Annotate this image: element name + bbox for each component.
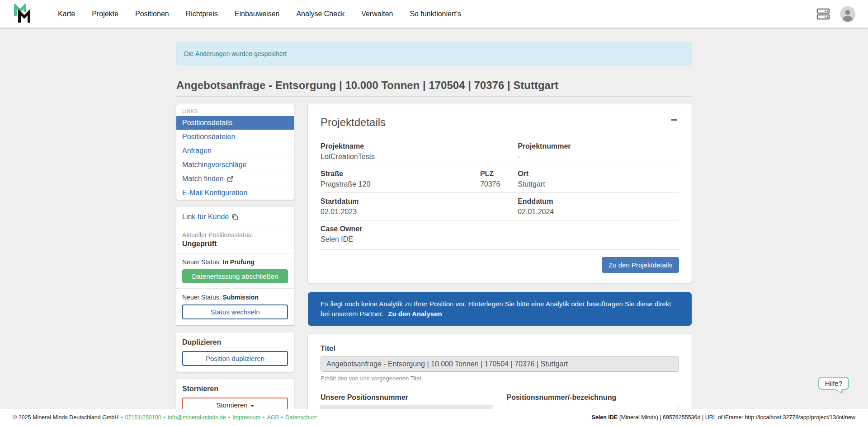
sidebar-item-anfragen[interactable]: Anfragen	[176, 144, 294, 158]
sidebar-item-matchingvorschlaege[interactable]: Matchingvorschläge	[176, 158, 294, 172]
field-projektname: Projektname LotCreationTests	[321, 141, 518, 161]
divider	[176, 288, 294, 289]
page-title: Angebotsanfrage - Entsorgung | 10.000 To…	[176, 79, 692, 92]
project-details-row: Projektname LotCreationTests Projektnumm…	[321, 138, 679, 165]
title-divider	[176, 96, 692, 97]
nav-item-karte[interactable]: Karte	[58, 10, 75, 18]
sidebar-item-label: Anfragen	[182, 147, 212, 155]
field-plz: PLZ 70376	[480, 169, 518, 189]
field-label: Enddatum	[518, 197, 554, 206]
new-status-1-value: In Prüfung	[223, 258, 255, 266]
help-button[interactable]: Hilfe?	[818, 377, 849, 390]
footer-impressum-link[interactable]: Impressum	[232, 414, 260, 421]
switch-status-button[interactable]: Status wechseln	[182, 304, 288, 319]
field-value: Selen IDE	[321, 234, 518, 244]
field-label: Startdatum	[321, 197, 518, 206]
field-value: LotCreationTests	[321, 152, 518, 161]
new-status-2-value: Submission	[223, 294, 259, 301]
cancel-heading: Stornieren	[182, 385, 288, 393]
go-to-project-details-button[interactable]: Zu den Projektdetails	[602, 257, 679, 273]
sidebar-item-label: Positionsdetails	[182, 119, 232, 127]
complete-data-entry-button[interactable]: Datenerfassung abschließen	[182, 269, 288, 283]
links-card: LINKS Positionsdetails Positionsdateien …	[176, 104, 294, 200]
field-value: -	[518, 152, 571, 161]
field-value: 02.01.2024	[518, 207, 554, 216]
field-value: Pragstraße 120	[321, 179, 480, 189]
nav-item-verwalten[interactable]: Verwalten	[361, 10, 393, 18]
nav-item-projekte[interactable]: Projekte	[92, 10, 118, 18]
new-status-1: Neuer Status: In Prüfung	[182, 258, 288, 266]
analytics-banner: Es liegt noch keine Analytik zu Ihrer Po…	[308, 292, 692, 326]
titel-helper: Erhält den von uns vorgegebenen Titel.	[321, 375, 679, 382]
customer-link[interactable]: Link für Kunde	[182, 213, 238, 221]
footer-phone-link[interactable]: 07151/250100	[125, 414, 161, 421]
main-content: Projektdetails Projektname LotCreationTe…	[308, 104, 692, 426]
footer-datenschutz-link[interactable]: Datenschutz	[285, 414, 316, 421]
field-label: Projektname	[321, 141, 518, 151]
nav-item-positionen[interactable]: Positionen	[135, 10, 169, 18]
project-details-row: Straße Pragstraße 120 PLZ 70376 Ort Stut…	[321, 165, 679, 192]
position-number-label: Positionsnummer/-bezeichnung	[507, 393, 679, 402]
status-card: Link für Kunde Aktueller Positionsstatus…	[176, 207, 294, 325]
footer-agb-link[interactable]: AGB	[267, 414, 278, 421]
field-startdatum: Startdatum 02.01.2023	[321, 197, 518, 216]
customer-link-label: Link für Kunde	[182, 213, 229, 221]
main-nav: Karte Projekte Positionen Richtpreis Ein…	[58, 10, 816, 18]
footer-copyright: © 2025 Mineral Minds Deutschland GmbH	[13, 414, 118, 421]
duplicate-card: Duplizieren Position duplizieren	[176, 332, 294, 372]
footer-separator: •	[164, 414, 165, 421]
nav-item-richtpreis[interactable]: Richtpreis	[186, 10, 218, 18]
user-avatar-icon[interactable]	[840, 6, 855, 22]
field-value: Stuttgart	[518, 179, 545, 189]
field-enddatum: Enddatum 02.01.2024	[518, 197, 554, 216]
analytics-banner-text: Es liegt noch keine Analytik zu Ihrer Po…	[321, 300, 671, 318]
project-details-title: Projektdetails	[321, 116, 679, 129]
field-value: 02.01.2023	[321, 207, 518, 216]
divider	[176, 226, 294, 226]
go-to-analyses-link[interactable]: Zu den Analysen	[388, 310, 442, 318]
caret-down-icon	[250, 405, 254, 407]
links-header: LINKS	[176, 104, 294, 116]
new-status-prefix: Neuer Status:	[182, 294, 223, 301]
sidebar-item-label: E-Mail Konfiguration	[182, 189, 247, 197]
titel-input[interactable]	[321, 356, 679, 372]
sidebar-item-email-konfiguration[interactable]: E-Mail Konfiguration	[176, 186, 294, 200]
project-details-row: Startdatum 02.01.2023 Enddatum 02.01.202…	[321, 192, 679, 220]
mineral-minds-logo-icon[interactable]	[13, 4, 36, 24]
field-label: Case Owner	[321, 224, 518, 234]
duplicate-heading: Duplizieren	[182, 338, 288, 346]
nav-item-analyse-check[interactable]: Analyse Check	[296, 10, 344, 18]
collapse-icon[interactable]	[671, 119, 677, 121]
footer-email-link[interactable]: info@mineral-minds.de	[168, 414, 226, 421]
project-details-card: Projektdetails Projektname LotCreationTe…	[308, 104, 692, 283]
footer-separator: •	[281, 414, 283, 421]
field-label: Ort	[518, 169, 545, 178]
sidebar-item-match-finden[interactable]: Match finden	[176, 172, 294, 186]
footer-separator: •	[263, 414, 264, 421]
field-case-owner: Case Owner Selen IDE	[321, 224, 518, 244]
new-status-2: Neuer Status: Submission	[182, 294, 288, 301]
sidebar: LINKS Positionsdetails Positionsdateien …	[176, 104, 294, 418]
nav-item-einbauweisen[interactable]: Einbauweisen	[235, 10, 280, 18]
app-header: Karte Projekte Positionen Richtpreis Ein…	[0, 0, 868, 28]
our-position-number-label: Unsere Positionsnummer	[321, 393, 493, 402]
divider	[176, 253, 294, 253]
sidebar-item-positionsdateien[interactable]: Positionsdateien	[176, 130, 294, 144]
project-details-row: Case Owner Selen IDE	[321, 220, 679, 248]
duplicate-position-button[interactable]: Position duplizieren	[182, 351, 288, 366]
footer-separator: •	[228, 414, 230, 421]
field-label: Straße	[321, 169, 480, 178]
external-link-icon	[227, 176, 234, 183]
field-ort: Ort Stuttgart	[518, 169, 545, 189]
project-details-footer: Zu den Projektdetails	[321, 249, 679, 273]
field-strasse: Straße Pragstraße 120	[321, 169, 480, 189]
footer: © 2025 Mineral Minds Deutschland GmbH • …	[0, 409, 868, 426]
sidebar-item-positionsdetails[interactable]: Positionsdetails	[176, 116, 294, 130]
footer-session-info: Selen IDE (Mineral Minds) | 69576255536d…	[592, 414, 855, 421]
sidebar-item-label: Positionsdateien	[182, 133, 235, 141]
sidebar-item-label: Matchingvorschläge	[182, 161, 246, 169]
sidebar-item-label: Match finden	[182, 175, 224, 183]
titel-field-group: Titel Erhält den von uns vorgegebenen Ti…	[321, 345, 679, 382]
server-dns-icon[interactable]	[816, 8, 830, 20]
nav-item-so-funktionierts[interactable]: So funktioniert's	[410, 10, 461, 18]
